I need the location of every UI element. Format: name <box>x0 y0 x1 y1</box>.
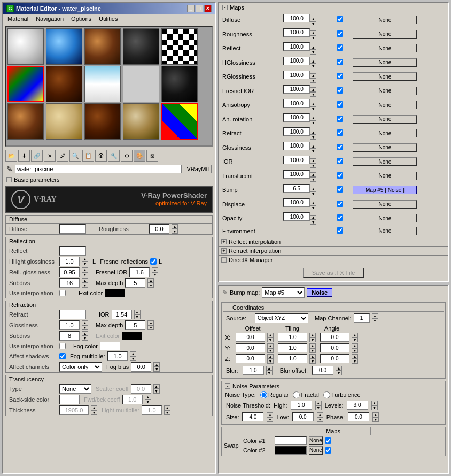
mapval-down-10[interactable]: ▼ <box>310 163 316 168</box>
map-checkbox-10[interactable] <box>337 158 343 164</box>
high-down[interactable]: ▼ <box>315 405 322 410</box>
map-btn-3[interactable]: None <box>353 58 417 67</box>
material-slot-10[interactable] <box>161 66 198 102</box>
mapval-up-6[interactable]: ▲ <box>310 102 316 106</box>
reflect-interp-toggle[interactable]: + <box>221 239 227 244</box>
map-value-input-14[interactable] <box>283 212 310 221</box>
map-btn-7[interactable]: None <box>353 115 417 124</box>
material-slot-15[interactable] <box>161 103 198 140</box>
x-offset-input[interactable] <box>236 333 265 342</box>
mapval-up-5[interactable]: ▲ <box>310 87 316 92</box>
refr-useinterp-check[interactable] <box>59 343 66 349</box>
bluroff-up[interactable]: ▲ <box>336 366 342 371</box>
material-slot-6[interactable] <box>7 66 44 102</box>
map-value-input-8[interactable] <box>283 127 310 136</box>
fog-color-swatch[interactable] <box>100 342 120 350</box>
map-value-input-7[interactable] <box>283 113 310 122</box>
mapval-up-1[interactable]: ▲ <box>310 30 316 35</box>
radio-regular[interactable]: Regular <box>260 391 289 398</box>
mapval-down-2[interactable]: ▼ <box>310 50 316 55</box>
map-channel-input[interactable] <box>354 313 370 323</box>
zang-up[interactable]: ▲ <box>352 354 358 359</box>
toolbar-btn-1[interactable]: 📂 <box>5 150 17 162</box>
map-btn-2[interactable]: None <box>353 44 417 52</box>
ytile-up[interactable]: ▲ <box>309 343 316 348</box>
exitcolor-swatch[interactable] <box>105 289 125 297</box>
scatter-up[interactable]: ▲ <box>153 384 160 389</box>
color2-map-btn[interactable]: None <box>309 446 323 455</box>
reflect-color-swatch[interactable] <box>59 246 86 256</box>
fwdbck-up[interactable]: ▲ <box>145 395 151 400</box>
radio-turbulence[interactable]: Turbulence <box>323 391 361 398</box>
lightmult-up[interactable]: ▲ <box>164 405 170 410</box>
map-checkbox-6[interactable] <box>337 101 343 108</box>
map-value-input-0[interactable] <box>283 14 310 22</box>
map-checkbox-8[interactable] <box>337 129 343 136</box>
map-checkbox-12[interactable] <box>337 186 343 193</box>
xang-down[interactable]: ▼ <box>352 337 358 342</box>
yang-up[interactable]: ▲ <box>352 343 358 348</box>
refr-exitcolor-swatch[interactable] <box>122 332 142 340</box>
mapval-down-3[interactable]: ▼ <box>310 64 316 68</box>
map-checkbox-1[interactable] <box>337 30 343 37</box>
toolbar-btn-12[interactable]: ⊠ <box>146 150 158 162</box>
hilight-input[interactable] <box>59 257 80 266</box>
low-down[interactable]: ▼ <box>317 417 323 422</box>
blur-input[interactable] <box>243 366 264 375</box>
subdivs-down[interactable]: ▼ <box>82 283 88 288</box>
mapval-up-0[interactable]: ▲ <box>310 17 316 21</box>
y-angle-input[interactable] <box>320 343 349 352</box>
toolbar-btn-9[interactable]: 🔧 <box>108 150 120 162</box>
type-dropdown[interactable]: None <box>59 384 91 394</box>
mapval-up-7[interactable]: ▲ <box>310 116 316 120</box>
mapval-down-12[interactable]: ▼ <box>310 191 316 196</box>
size-input[interactable] <box>242 412 263 421</box>
size-up[interactable]: ▲ <box>267 412 273 417</box>
yoff-down[interactable]: ▼ <box>267 348 274 353</box>
material-slot-2[interactable] <box>46 28 82 65</box>
radio-regular-input[interactable] <box>260 391 267 398</box>
y-offset-input[interactable] <box>236 343 265 352</box>
useinterp-check[interactable] <box>59 290 66 296</box>
map-value-input-11[interactable] <box>283 170 310 179</box>
map-checkbox-7[interactable] <box>337 116 343 122</box>
refl-gloss-up[interactable]: ▲ <box>82 267 88 272</box>
low-input[interactable] <box>292 412 314 421</box>
map-value-input-2[interactable] <box>283 42 310 51</box>
map-value-input-12[interactable] <box>283 184 310 193</box>
high-up[interactable]: ▲ <box>315 401 322 405</box>
ztile-up[interactable]: ▲ <box>309 354 316 359</box>
y-tiling-input[interactable] <box>278 343 307 352</box>
material-name-input[interactable] <box>15 165 182 173</box>
fog-mult-input[interactable] <box>107 351 128 361</box>
xang-up[interactable]: ▲ <box>352 333 358 337</box>
map-btn-6[interactable]: None <box>353 101 417 109</box>
minimize-button[interactable]: _ <box>187 5 195 12</box>
material-slot-11[interactable] <box>7 103 44 140</box>
toolbar-btn-6[interactable]: 🔍 <box>69 150 81 162</box>
hilight-up[interactable]: ▲ <box>82 257 88 262</box>
mapval-up-2[interactable]: ▲ <box>310 45 316 50</box>
toolbar-btn-4[interactable]: ✕ <box>44 150 56 162</box>
refr-subdivs-input[interactable] <box>59 331 80 341</box>
fresnel-ior-down[interactable]: ▼ <box>152 272 158 277</box>
material-slot-1[interactable] <box>7 28 44 65</box>
color1-map-btn[interactable]: None <box>309 436 323 445</box>
toolbar-btn-2[interactable]: ⬇ <box>18 150 30 162</box>
maxdepth-input[interactable] <box>125 278 145 288</box>
map-btn-15[interactable]: None <box>353 227 417 235</box>
mapval-up-13[interactable]: ▲ <box>310 201 316 205</box>
size-down[interactable]: ▼ <box>267 417 273 422</box>
zang-down[interactable]: ▼ <box>352 359 358 364</box>
refract-color-swatch[interactable] <box>59 310 86 319</box>
toolbar-btn-10[interactable]: ⚙ <box>121 150 133 162</box>
phase-input[interactable] <box>348 412 369 421</box>
map-checkbox-4[interactable] <box>337 73 343 79</box>
hilight-down[interactable]: ▼ <box>82 262 88 266</box>
levels-input[interactable] <box>347 401 368 410</box>
z-offset-input[interactable] <box>236 354 265 363</box>
refr-gloss-input[interactable] <box>59 320 80 330</box>
mapval-down-14[interactable]: ▼ <box>310 220 316 225</box>
coord-toggle[interactable]: - <box>225 305 230 310</box>
map-checkbox-3[interactable] <box>337 59 343 65</box>
